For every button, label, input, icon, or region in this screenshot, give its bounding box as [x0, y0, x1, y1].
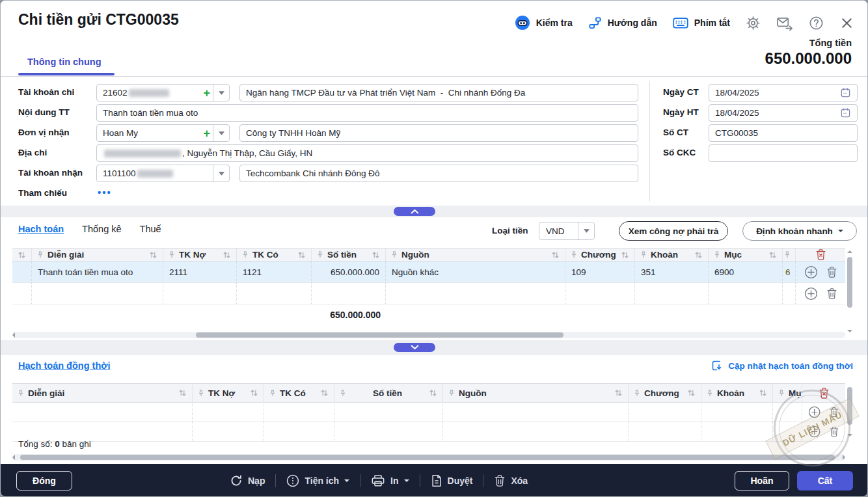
posting-date-field[interactable]: 18/04/2025: [709, 104, 858, 122]
scroll-left-arrow[interactable]: [12, 455, 15, 460]
pin-icon[interactable]: [317, 250, 323, 259]
sort-icon[interactable]: [614, 389, 623, 397]
scrollbar-thumb[interactable]: [847, 257, 852, 308]
pin-icon[interactable]: [198, 389, 204, 397]
cell-khoan[interactable]: 351: [635, 262, 709, 282]
currency-dropdown[interactable]: [578, 222, 594, 239]
delete-all-icon[interactable]: [819, 387, 830, 399]
scrollbar-thumb[interactable]: [20, 455, 835, 460]
add-row-icon[interactable]: [808, 405, 821, 419]
update-concurrent-link[interactable]: Cập nhật hạch toán đồng thời: [711, 360, 853, 371]
add-account-icon[interactable]: +: [200, 87, 213, 99]
sort-icon[interactable]: [178, 389, 187, 397]
pin-icon[interactable]: [634, 389, 640, 397]
concurrent-title-link[interactable]: Hạch toán đồng thời: [18, 360, 111, 371]
add-row-icon[interactable]: [804, 287, 818, 301]
receiver-combo[interactable]: Hoan My +: [96, 124, 230, 142]
tab-thue[interactable]: Thuế: [140, 224, 161, 234]
add-receiver-icon[interactable]: +: [200, 128, 213, 139]
tab-thong-ke[interactable]: Thống kê: [82, 224, 121, 234]
pin-icon[interactable]: [340, 389, 346, 397]
cell-dien-giai[interactable]: Thanh toán tiền mua oto: [32, 262, 163, 282]
print-button[interactable]: In: [371, 474, 409, 487]
add-row-icon[interactable]: [808, 425, 821, 438]
quick-entry-button[interactable]: Định khoản nhanh: [742, 221, 857, 241]
receive-bank-name-field[interactable]: [239, 165, 638, 182]
scroll-down-arrow[interactable]: [847, 434, 852, 437]
cell-tk-co[interactable]: 1121: [237, 262, 312, 282]
calendar-icon[interactable]: [840, 87, 851, 98]
sort-icon[interactable]: [694, 251, 703, 259]
view-payables-button[interactable]: Xem công nợ phải trả: [619, 221, 728, 241]
cell-tk-no[interactable]: 2111: [163, 262, 237, 282]
pin-icon[interactable]: [448, 389, 455, 397]
scrollbar-thumb[interactable]: [847, 387, 852, 425]
pay-bank-name-field[interactable]: [239, 84, 638, 101]
shortcuts-button[interactable]: Phím tắt: [673, 18, 730, 29]
sort-icon[interactable]: [372, 251, 380, 259]
sort-icon[interactable]: [551, 251, 560, 259]
pay-account-combo[interactable]: 21602 +: [96, 84, 230, 101]
pin-icon[interactable]: [169, 250, 175, 259]
reload-button[interactable]: Nạp: [230, 474, 265, 487]
delete-row-icon[interactable]: [829, 425, 839, 438]
tab-hach-toan[interactable]: Hạch toán: [18, 224, 64, 234]
pin-icon[interactable]: [707, 389, 713, 397]
sort-icon[interactable]: [223, 251, 231, 259]
sort-icon[interactable]: [621, 251, 629, 259]
horizontal-scrollbar[interactable]: [12, 332, 845, 338]
scroll-right-arrow[interactable]: [843, 455, 845, 460]
pin-icon[interactable]: [640, 250, 647, 259]
cell-tieu-muc-partial[interactable]: 6: [783, 262, 796, 282]
address-field[interactable]: , Nguyễn Thị Thập, Cầu Giấy, HN: [96, 144, 638, 162]
close-icon[interactable]: [839, 16, 854, 31]
check-button[interactable]: Kiểm tra: [515, 15, 573, 31]
sort-icon[interactable]: [768, 251, 777, 259]
pin-icon[interactable]: [18, 389, 24, 397]
sort-icon[interactable]: [429, 389, 437, 397]
delete-row-icon[interactable]: [826, 288, 837, 300]
collapse-table-button[interactable]: [394, 343, 435, 352]
cell-nguon[interactable]: Nguồn khác: [386, 262, 565, 282]
sort-icon[interactable]: [320, 389, 329, 397]
sort-icon[interactable]: [18, 251, 26, 259]
sort-icon[interactable]: [687, 389, 696, 397]
tab-thong-tin-chung[interactable]: Thông tin chung: [27, 57, 102, 67]
cell-chuong[interactable]: 109: [565, 262, 635, 282]
scrollbar-thumb[interactable]: [196, 332, 563, 338]
sort-icon[interactable]: [759, 389, 767, 397]
add-row-icon[interactable]: [804, 265, 818, 279]
sort-icon[interactable]: [250, 389, 258, 397]
mail-send-icon[interactable]: [776, 16, 793, 31]
payment-content-field[interactable]: [96, 104, 638, 122]
scroll-down-arrow[interactable]: [847, 330, 852, 332]
calendar-icon[interactable]: [840, 107, 851, 118]
horizontal-scrollbar[interactable]: [12, 454, 845, 461]
pin-icon[interactable]: [37, 250, 44, 259]
receiver-name-field[interactable]: [239, 124, 638, 142]
delete-row-icon[interactable]: [829, 406, 839, 418]
doc-date-field[interactable]: 18/04/2025: [709, 84, 858, 101]
scroll-left-arrow[interactable]: [12, 332, 15, 338]
delete-all-icon[interactable]: [815, 248, 826, 261]
reference-more-button[interactable]: •••: [98, 187, 112, 198]
delete-row-icon[interactable]: [826, 266, 837, 278]
postpone-button[interactable]: Hoãn: [735, 471, 789, 490]
pin-icon[interactable]: [242, 250, 249, 259]
vertical-scrollbar[interactable]: [847, 386, 852, 437]
save-button[interactable]: Cất: [797, 471, 853, 490]
pin-icon[interactable]: [778, 389, 785, 397]
receiver-dropdown[interactable]: [213, 125, 229, 141]
currency-select[interactable]: VND: [539, 222, 595, 240]
help-icon[interactable]: [809, 16, 824, 31]
pin-icon[interactable]: [571, 250, 577, 259]
scroll-up-arrow[interactable]: [847, 250, 852, 253]
gear-icon[interactable]: [746, 16, 761, 31]
sort-icon[interactable]: [149, 251, 157, 259]
cell-muc[interactable]: 6900: [709, 262, 783, 282]
pin-icon[interactable]: [784, 250, 791, 259]
pin-icon[interactable]: [269, 389, 276, 397]
delete-button[interactable]: Xóa: [494, 474, 528, 487]
pin-icon[interactable]: [391, 250, 398, 259]
pay-account-dropdown[interactable]: [213, 85, 229, 101]
